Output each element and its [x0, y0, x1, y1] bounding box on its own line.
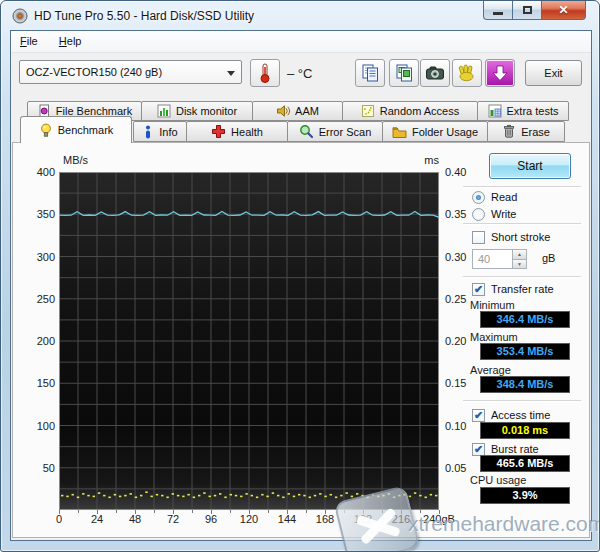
capacity-spinner[interactable]: 40 ▲ ▼: [472, 249, 527, 269]
axis-tick-label: 0.40: [445, 166, 481, 178]
window-controls: ✕: [483, 1, 586, 20]
transfer-rate-label: Transfer rate: [491, 283, 554, 295]
chart-layer: MB/s ms 40035030025020015010050 0.400.35…: [11, 31, 591, 540]
watermark-text: xtremehardware.com: [408, 512, 600, 536]
axis-tickmark: [211, 510, 212, 514]
write-radio[interactable]: [472, 208, 485, 221]
left-axis-title: MB/s: [63, 154, 88, 166]
right-axis-title: ms: [415, 154, 439, 166]
burst-rate-label: Burst rate: [491, 443, 539, 455]
minimize-button[interactable]: [483, 1, 512, 20]
axis-tickmark: [135, 510, 136, 514]
start-label: Start: [517, 159, 542, 173]
close-icon: ✕: [558, 3, 568, 17]
axis-tickmark: [306, 510, 307, 513]
spinner-buttons: ▲ ▼: [512, 250, 526, 268]
transfer-rate-option[interactable]: ✔ Transfer rate: [472, 282, 554, 296]
access-time-value: 0.018 ms: [480, 422, 570, 439]
separator: [463, 276, 581, 278]
spinner-up-button[interactable]: ▲: [512, 250, 526, 259]
axis-tickmark: [78, 510, 79, 513]
lightbulb-icon: [39, 123, 53, 138]
burst-rate-option[interactable]: ✔ Burst rate: [472, 442, 539, 456]
axis-tickmark: [97, 510, 98, 514]
write-label: Write: [491, 208, 516, 220]
capacity-unit-label: gB: [542, 252, 555, 264]
axis-tick-label: 300: [19, 251, 55, 263]
axis-tickmark: [325, 510, 326, 514]
app-icon: [12, 8, 28, 24]
axis-tickmark: [287, 510, 288, 514]
axis-tickmark: [154, 510, 155, 513]
separator: [463, 186, 581, 188]
axis-tick-label: 150: [19, 377, 55, 389]
title-bar[interactable]: HD Tune Pro 5.50 - Hard Disk/SSD Utility…: [1, 1, 599, 30]
read-label: Read: [491, 191, 517, 203]
minimum-value: 346.4 MB/s: [480, 311, 570, 328]
axis-tick-label: 200: [19, 335, 55, 347]
app-window: HD Tune Pro 5.50 - Hard Disk/SSD Utility…: [0, 0, 600, 552]
maximize-icon: [523, 6, 532, 14]
burst-rate-checkbox[interactable]: ✔: [472, 443, 485, 456]
read-option[interactable]: Read: [472, 190, 517, 204]
axis-tick-label: 400: [19, 166, 55, 178]
burst-rate-value: 465.6 MB/s: [480, 455, 570, 472]
spinner-down-button[interactable]: ▼: [512, 259, 526, 269]
tab-benchmark-active[interactable]: Benchmark: [20, 116, 132, 143]
axis-tickmark: [230, 510, 231, 513]
maximum-value: 353.4 MB/s: [480, 343, 570, 360]
capacity-value: 40: [478, 253, 490, 265]
maximize-button[interactable]: [512, 1, 541, 20]
axis-tickmark: [249, 510, 250, 514]
average-value: 348.4 MB/s: [480, 376, 570, 393]
axis-tick-label: 350: [19, 208, 55, 220]
client-area: File Help OCZ-VECTOR150 (240 gB) – °C: [10, 30, 592, 541]
benchmark-plot: [59, 172, 439, 510]
short-stroke-option[interactable]: Short stroke: [472, 230, 550, 244]
access-time-checkbox[interactable]: ✔: [472, 409, 485, 422]
axis-tick-label: 250: [19, 293, 55, 305]
axis-tick-label: 0.15: [445, 377, 481, 389]
window-title: HD Tune Pro 5.50 - Hard Disk/SSD Utility: [34, 9, 254, 23]
access-time-label: Access time: [491, 409, 550, 421]
access-time-option[interactable]: ✔ Access time: [472, 408, 550, 422]
axis-tick-label: 50: [19, 462, 55, 474]
axis-tick-label: 100: [19, 420, 55, 432]
axis-tickmark: [59, 510, 60, 514]
transfer-rate-checkbox[interactable]: ✔: [472, 283, 485, 296]
axis-tickmark: [268, 510, 269, 513]
average-label: Average: [470, 364, 511, 376]
read-radio[interactable]: [472, 191, 485, 204]
tab-label: Benchmark: [58, 124, 114, 136]
separator: [463, 223, 581, 225]
short-stroke-checkbox[interactable]: [472, 231, 485, 244]
close-button[interactable]: ✕: [541, 1, 586, 20]
axis-tickmark: [173, 510, 174, 514]
minimize-icon: [493, 12, 503, 15]
axis-tickmark: [116, 510, 117, 513]
separator: [463, 400, 581, 402]
axis-tickmark: [192, 510, 193, 513]
write-option[interactable]: Write: [472, 207, 516, 221]
minimum-label: Minimum: [470, 299, 515, 311]
axis-tick-label: 0.05: [445, 462, 481, 474]
cpu-usage-value: 3.9%: [480, 487, 570, 504]
cpu-usage-label: CPU usage: [470, 474, 526, 486]
short-stroke-label: Short stroke: [491, 231, 550, 243]
maximum-label: Maximum: [470, 331, 518, 343]
benchmark-chart: [59, 172, 439, 510]
start-button[interactable]: Start: [489, 153, 571, 179]
